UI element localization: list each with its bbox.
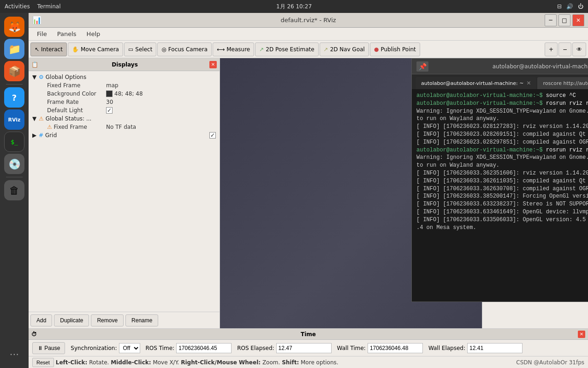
publish-point-button[interactable]: ● Publish Point <box>370 42 420 56</box>
terminal-tabs: autolabor@autolabor-virtual-machine: ~ ✕… <box>412 74 588 89</box>
maximize-button[interactable]: □ <box>558 14 570 26</box>
dock-trash[interactable]: 🗑 <box>4 180 24 200</box>
fixed-frame-value[interactable]: map <box>106 82 119 89</box>
remove-display-button[interactable]: Remove <box>91 314 124 326</box>
system-bar-right: ⊟ 🔊 ⏻ <box>557 3 583 10</box>
window-title: default.rviz* - RViz <box>280 17 336 24</box>
dock-terminal[interactable]: $_ <box>4 132 24 152</box>
menu-help[interactable]: Help <box>82 30 105 38</box>
hint-bold-1: Left-Click: <box>56 359 88 366</box>
displays-panel-close[interactable]: ✕ <box>209 61 217 68</box>
dock-apps[interactable]: ⋯ <box>4 344 24 364</box>
interact-button[interactable]: ↖ Interact <box>30 42 67 56</box>
displays-panel-icon: 📋 <box>31 61 38 68</box>
status-bar: Reset Left-Click: Rotate. Middle-Click: … <box>29 356 588 368</box>
rename-display-button[interactable]: Rename <box>125 314 158 326</box>
system-bar-clock: 1月 26 10:27 <box>276 3 312 11</box>
dock-rviz[interactable]: RViz <box>4 109 24 130</box>
measure-button[interactable]: ⟷ Measure <box>213 42 254 56</box>
focus-camera-button[interactable]: ◎ Focus Camera <box>157 42 212 56</box>
add-display-button[interactable]: Add <box>30 314 52 326</box>
frame-rate-value[interactable]: 30 <box>106 99 113 105</box>
pose-estimate-button[interactable]: ↗ 2D Pose Estimate <box>255 42 318 56</box>
displays-panel-header: 📋 Displays ✕ <box>29 58 220 71</box>
nav-goal-button[interactable]: ↗ 2D Nav Goal <box>320 42 369 56</box>
term-line-6: [ INFO] [1706236023.028269151]: compiled… <box>416 131 588 139</box>
interact-icon: ↖ <box>35 46 39 53</box>
displays-panel-title: Displays <box>112 61 138 68</box>
dock-sep1 <box>6 84 23 84</box>
title-bar: 📊 default.rviz* - RViz ─ □ ✕ <box>29 13 588 28</box>
terminal-pin-button[interactable]: 📌 <box>416 61 428 72</box>
wall-elapsed-label: Wall Elapsed: <box>428 345 465 351</box>
dock-software[interactable]: 📦 <box>4 61 24 81</box>
hint-text-1: Rotate. <box>89 359 111 366</box>
term-line-17: [ INFO] [1706236033.633506033]: OpenGL v… <box>416 216 588 232</box>
ros-elapsed-input[interactable] <box>276 343 332 353</box>
dock-disc[interactable]: 💿 <box>4 154 24 174</box>
fixed-frame-warn-icon: ⚠ <box>47 124 52 130</box>
global-status-label: Global Status: ... <box>46 115 216 122</box>
global-options-item[interactable]: ▼ ⚙ Global Options <box>30 73 218 81</box>
grid-item[interactable]: ▶ # Grid ✓ <box>30 131 218 139</box>
dock-help[interactable]: ? <box>4 87 24 108</box>
select-button[interactable]: ▭ Select <box>124 42 156 56</box>
hint-text-4: More options. <box>301 359 339 366</box>
menu-panels[interactable]: Panels <box>53 30 81 38</box>
hint-bold-3: Right-Click/Mouse Wheel: <box>181 359 261 366</box>
time-panel-close[interactable]: ✕ <box>578 331 585 338</box>
global-options-expander[interactable]: ▼ <box>32 74 38 80</box>
focus-camera-label: Focus Camera <box>168 46 208 53</box>
view-toggle-button[interactable]: 👁 <box>572 42 586 56</box>
term-line-14: [ INFO] [1706236033.385200147]: Forcing … <box>416 193 588 200</box>
content-area: 📋 Displays ✕ ▼ ⚙ Global Options Fixed Fr… <box>29 58 588 328</box>
rviz-window: 📊 default.rviz* - RViz ─ □ ✕ File Panels… <box>29 13 588 368</box>
minimize-button[interactable]: ─ <box>545 14 557 26</box>
add-toolbar-item-button[interactable]: + <box>545 42 558 56</box>
terminal-tab-1-label: roscore http://autolabor-virtual-machin.… <box>543 80 588 86</box>
bg-color-value[interactable]: 48; 48; 48 <box>106 90 143 97</box>
terminal-tab-0[interactable]: autolabor@autolabor-virtual-machine: ~ ✕ <box>416 77 536 89</box>
global-status-fixed-frame-prop: ⚠ Fixed Frame <box>32 124 106 130</box>
remove-toolbar-item-button[interactable]: − <box>558 42 571 56</box>
default-light-prop: Default Light <box>32 107 106 114</box>
default-light-value[interactable]: ✓ <box>106 107 113 114</box>
system-bar-left: Activities Terminal <box>5 3 60 10</box>
publish-point-icon: ● <box>374 46 379 53</box>
terminal-tab-1[interactable]: roscore http://autolabor-virtual-machin.… <box>537 77 588 89</box>
dock-files[interactable]: 📁 <box>4 39 24 59</box>
term-line-5: [ INFO] [1706236023.028127283]: rviz ver… <box>416 123 588 131</box>
global-status-item[interactable]: ▼ ⚠ Global Status: ... <box>30 115 218 123</box>
terminal-body[interactable]: autolabor@autolabor-virtual-machine:~$ s… <box>412 89 588 302</box>
wall-elapsed-input[interactable] <box>467 343 523 353</box>
close-button[interactable]: ✕ <box>572 14 584 26</box>
focus-camera-icon: ◎ <box>161 46 166 53</box>
global-status-fixed-frame-row: ⚠ Fixed Frame No TF data <box>30 123 218 131</box>
menu-file[interactable]: File <box>32 30 52 38</box>
duplicate-display-button[interactable]: Duplicate <box>54 314 89 326</box>
global-status-expander[interactable]: ▼ <box>32 115 38 122</box>
ros-time-input[interactable] <box>176 343 232 353</box>
viewport: 👁 Views ✕ Type: Orbit (rviz) Zero Curren… <box>220 58 588 328</box>
sync-label: Synchronization: <box>71 345 117 351</box>
move-camera-icon: ✋ <box>72 46 79 53</box>
default-light-checkbox[interactable]: ✓ <box>106 107 113 114</box>
activities-label[interactable]: Activities <box>5 3 30 10</box>
nav-goal-icon: ↗ <box>324 46 328 53</box>
move-camera-button[interactable]: ✋ Move Camera <box>68 42 123 56</box>
grid-checkbox[interactable]: ✓ <box>209 132 216 139</box>
term-line-11: [ INFO] [1706236033.362351606]: rviz ver… <box>416 169 588 177</box>
ros-time-field: ROS Time: <box>146 343 232 353</box>
terminal-tab-0-close[interactable]: ✕ <box>526 80 531 86</box>
wall-time-input[interactable] <box>368 343 423 353</box>
grid-expander[interactable]: ▶ <box>32 132 38 139</box>
dock-firefox[interactable]: 🦊 <box>4 17 24 37</box>
move-camera-label: Move Camera <box>81 46 119 53</box>
term-cmd-2: rosrun rviz rviz <box>546 100 588 107</box>
pause-button[interactable]: ⏸ Pause <box>32 342 65 354</box>
terminal-label: Terminal <box>37 3 61 10</box>
grid-label: Grid <box>45 132 127 139</box>
reset-button[interactable]: Reset <box>32 358 54 367</box>
term-prompt-3: autolabor@autolabor-virtual-machine:~$ <box>416 147 546 153</box>
sync-select[interactable]: Off <box>119 343 140 353</box>
